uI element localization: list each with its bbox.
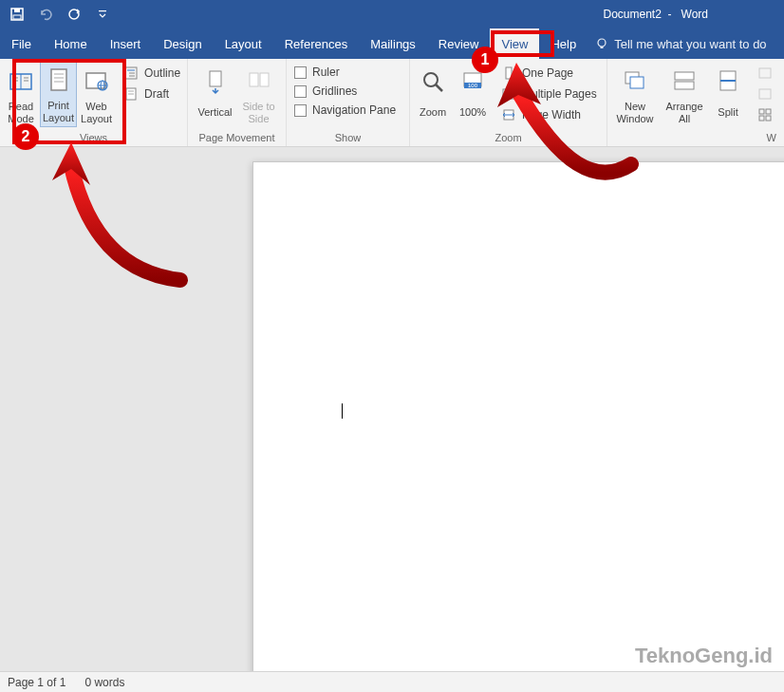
svg-rect-6 [601, 47, 604, 48]
ribbon-group-page-movement: Vertical Side to Side Page Movement [188, 59, 287, 146]
window-item1[interactable] [754, 65, 776, 82]
customize-qa-icon[interactable] [95, 7, 110, 22]
outline-icon [123, 65, 139, 81]
svg-point-5 [598, 39, 606, 47]
window-title: Document2 - Word [603, 8, 708, 21]
window-item3[interactable] [754, 106, 776, 123]
svg-rect-41 [630, 77, 644, 88]
draft-button[interactable]: Draft [120, 85, 184, 103]
svg-rect-47 [759, 89, 771, 99]
ribbon-group-window: New Window Arrange All Split W [607, 59, 784, 146]
new-window-icon [620, 66, 650, 97]
save-icon[interactable] [9, 7, 25, 22]
tab-review[interactable]: Review [427, 28, 491, 59]
svg-rect-29 [250, 73, 258, 86]
arrange-all-button[interactable]: Arrange All [661, 61, 708, 127]
checkbox-icon [294, 104, 307, 117]
redo-icon[interactable] [66, 7, 82, 22]
status-bar: Page 1 of 1 0 words [0, 671, 784, 692]
tab-home[interactable]: Home [43, 28, 99, 59]
quick-access-toolbar [0, 7, 110, 22]
document-page[interactable] [252, 161, 784, 671]
zoom-icon [418, 66, 448, 97]
svg-rect-50 [759, 116, 764, 121]
vertical-button[interactable]: Vertical [195, 61, 236, 127]
tab-design[interactable]: Design [152, 28, 213, 59]
svg-rect-49 [766, 109, 771, 114]
ribbon-group-views: Read Mode Print Layout Web Layout [0, 59, 188, 146]
checkbox-icon [294, 85, 307, 98]
svg-rect-38 [510, 89, 514, 99]
multiple-pages-icon [501, 86, 516, 102]
navigation-pane-checkbox[interactable]: Navigation Pane [290, 103, 400, 118]
window-small-icon [757, 86, 773, 102]
title-bar: Document2 - Word [0, 0, 784, 28]
undo-icon[interactable] [38, 7, 53, 22]
vertical-icon [200, 66, 231, 97]
tab-view[interactable]: View [490, 28, 539, 59]
svg-rect-51 [766, 116, 771, 121]
tab-layout[interactable]: Layout [214, 28, 273, 59]
ribbon-group-zoom: Zoom 100 100% One Page [410, 59, 607, 146]
page-width-button[interactable]: Page Width [497, 106, 601, 123]
window-item2[interactable] [754, 85, 776, 103]
window-small-icon [757, 65, 773, 81]
tell-me-search[interactable]: Tell me what you want to do [595, 37, 766, 51]
print-layout-button[interactable]: Print Layout [40, 61, 77, 127]
page-width-icon [501, 107, 516, 122]
side-to-side-icon [244, 66, 274, 97]
print-layout-icon [44, 65, 74, 96]
svg-rect-4 [99, 10, 106, 11]
arrange-all-icon [669, 66, 700, 97]
read-mode-icon [6, 66, 36, 97]
hundred-percent-button[interactable]: 100 100% [454, 61, 492, 127]
split-icon [713, 66, 743, 97]
text-cursor [342, 403, 343, 419]
tab-mailings[interactable]: Mailings [359, 28, 427, 59]
svg-point-31 [424, 73, 438, 86]
tab-file[interactable]: File [0, 28, 43, 59]
ribbon: Read Mode Print Layout Web Layout [0, 59, 784, 147]
svg-rect-46 [759, 68, 771, 78]
web-layout-button[interactable]: Web Layout [79, 61, 114, 127]
one-page-button[interactable]: One Page [497, 65, 601, 82]
tab-insert[interactable]: Insert [99, 28, 153, 59]
svg-rect-36 [506, 67, 512, 79]
multiple-pages-button[interactable]: Multiple Pages [497, 85, 601, 103]
tab-help[interactable]: Help [539, 28, 588, 59]
menu-bar: File Home Insert Design Layout Reference… [0, 28, 784, 59]
watermark: TeknoGeng.id [635, 644, 773, 668]
svg-rect-48 [759, 109, 764, 114]
svg-rect-2 [13, 15, 21, 19]
split-button[interactable]: Split [710, 61, 746, 127]
app-name: Word [681, 8, 708, 21]
one-page-icon [501, 65, 516, 81]
svg-rect-42 [675, 72, 694, 80]
window-small-icon [757, 107, 773, 122]
svg-rect-13 [51, 69, 66, 90]
web-layout-icon [82, 66, 112, 97]
svg-line-32 [436, 84, 442, 91]
zoom-button[interactable]: Zoom [414, 61, 452, 127]
svg-rect-30 [260, 73, 269, 86]
gridlines-checkbox[interactable]: Gridlines [290, 84, 400, 99]
lightbulb-icon [595, 37, 608, 50]
svg-rect-1 [14, 9, 20, 12]
side-to-side-button[interactable]: Side to Side [238, 61, 280, 127]
word-count[interactable]: 0 words [84, 676, 124, 689]
new-window-button[interactable]: New Window [611, 61, 659, 127]
svg-rect-43 [675, 82, 694, 89]
checkbox-icon [294, 66, 307, 79]
outline-button[interactable]: Outline [120, 65, 184, 82]
hundred-percent-icon: 100 [457, 66, 488, 97]
tab-references[interactable]: References [273, 28, 359, 59]
svg-text:100: 100 [468, 83, 478, 88]
svg-rect-37 [503, 89, 508, 99]
ruler-checkbox[interactable]: Ruler [290, 65, 400, 80]
document-name: Document2 [603, 8, 661, 21]
read-mode-button[interactable]: Read Mode [4, 61, 38, 127]
svg-rect-28 [210, 71, 221, 86]
page-indicator[interactable]: Page 1 of 1 [8, 676, 65, 689]
document-area[interactable] [0, 147, 784, 671]
ribbon-group-show: Ruler Gridlines Navigation Pane Show [287, 59, 410, 146]
